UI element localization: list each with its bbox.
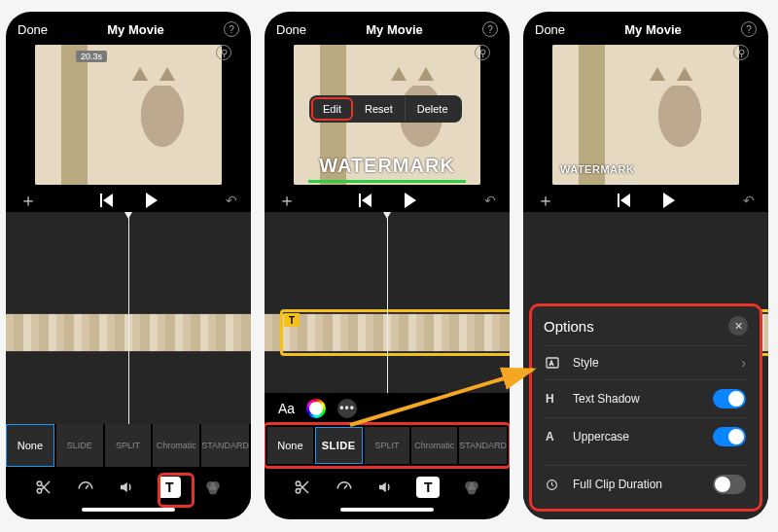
transport-row: ＋ ↶ bbox=[265, 185, 510, 212]
speed-icon[interactable] bbox=[335, 478, 354, 497]
clock-icon bbox=[546, 479, 563, 491]
option-style-label: Style bbox=[573, 356, 599, 370]
watermark-text[interactable]: WATERMARK bbox=[294, 155, 480, 177]
play-icon[interactable] bbox=[146, 193, 158, 208]
option-style[interactable]: Style › bbox=[544, 345, 748, 379]
selected-clip-outline bbox=[280, 309, 510, 356]
play-icon[interactable] bbox=[663, 193, 675, 208]
text-tool-button[interactable]: T bbox=[416, 477, 440, 498]
style-none[interactable]: None bbox=[267, 427, 313, 464]
home-indicator bbox=[82, 508, 175, 512]
filters-icon[interactable] bbox=[203, 478, 223, 497]
undo-icon[interactable]: ↶ bbox=[743, 193, 755, 208]
context-delete[interactable]: Delete bbox=[406, 97, 460, 121]
style-split[interactable]: SPLIT bbox=[105, 424, 152, 467]
option-uppercase-label: Uppercase bbox=[573, 430, 629, 443]
color-picker-icon[interactable] bbox=[306, 399, 326, 418]
video-preview[interactable]: WATERMARK bbox=[552, 45, 739, 185]
add-media-icon[interactable]: ＋ bbox=[278, 189, 296, 212]
phone-3: Done My Movie ? WATERMARK ⚲ ＋ ↶ T bbox=[523, 12, 768, 519]
zoom-icon[interactable]: ⚲ bbox=[733, 45, 749, 60]
play-icon[interactable] bbox=[405, 193, 416, 208]
project-title: My Movie bbox=[624, 22, 682, 37]
uppercase-icon: A bbox=[546, 430, 563, 443]
text-styles-row: None SLIDE SPLIT Chromatic STANDARD bbox=[6, 424, 251, 467]
skip-back-icon[interactable] bbox=[359, 194, 371, 207]
svg-point-7 bbox=[208, 486, 217, 495]
filters-icon[interactable] bbox=[462, 478, 481, 497]
zoom-icon[interactable]: ⚲ bbox=[216, 45, 231, 60]
speed-icon[interactable] bbox=[76, 478, 95, 497]
video-preview[interactable]: Edit Reset Delete WATERMARK bbox=[294, 45, 480, 185]
project-title: My Movie bbox=[366, 22, 423, 37]
duration-badge: 20.3s bbox=[76, 51, 107, 62]
style-icon bbox=[546, 357, 563, 369]
home-indicator bbox=[340, 508, 434, 512]
option-full-clip-label: Full Clip Duration bbox=[573, 478, 662, 491]
options-title: Options bbox=[544, 318, 594, 335]
option-text-shadow-label: Text Shadow bbox=[573, 392, 640, 406]
skip-back-icon[interactable] bbox=[618, 194, 630, 207]
add-media-icon[interactable]: ＋ bbox=[537, 189, 554, 212]
text-styles-row: None SLIDE SPLIT Chromatic STANDARD bbox=[265, 424, 510, 467]
text-tool-button[interactable]: T bbox=[158, 477, 181, 498]
svg-line-12 bbox=[344, 485, 347, 489]
help-icon[interactable]: ? bbox=[482, 21, 498, 37]
toggle-uppercase[interactable] bbox=[713, 427, 746, 446]
done-button[interactable]: Done bbox=[18, 22, 48, 37]
style-standard[interactable]: STANDARD bbox=[459, 427, 507, 464]
style-slide[interactable]: SLIDE bbox=[315, 427, 363, 464]
style-none[interactable]: None bbox=[6, 424, 54, 467]
bottom-toolbar: T bbox=[265, 467, 510, 504]
header-row: Done My Movie ? bbox=[523, 12, 768, 41]
option-full-clip-duration[interactable]: Full Clip Duration bbox=[544, 465, 748, 503]
svg-line-4 bbox=[86, 485, 88, 489]
more-options-icon[interactable]: ••• bbox=[337, 399, 357, 418]
volume-icon[interactable] bbox=[117, 478, 136, 497]
transport-row: ＋ ↶ bbox=[523, 185, 768, 212]
phone-1: Done My Movie ? 20.3s ⚲ ＋ ↶ None SLID bbox=[6, 12, 251, 519]
shadow-icon: H bbox=[546, 392, 563, 406]
help-icon[interactable]: ? bbox=[741, 21, 757, 37]
watermark-text[interactable]: WATERMARK bbox=[560, 163, 634, 175]
timeline[interactable] bbox=[6, 212, 251, 424]
done-button[interactable]: Done bbox=[276, 22, 306, 37]
svg-point-15 bbox=[467, 486, 476, 495]
font-size-button[interactable]: Aa bbox=[278, 401, 295, 416]
svg-point-1 bbox=[37, 489, 42, 494]
context-edit[interactable]: Edit bbox=[311, 97, 353, 121]
transport-row: ＋ ↶ bbox=[6, 185, 251, 212]
done-button[interactable]: Done bbox=[535, 22, 565, 37]
cut-icon[interactable] bbox=[34, 478, 53, 497]
playhead-icon[interactable] bbox=[128, 212, 129, 424]
zoom-icon[interactable]: ⚲ bbox=[475, 45, 490, 60]
style-standard[interactable]: STANDARD bbox=[201, 424, 249, 467]
timeline[interactable]: T bbox=[265, 212, 510, 393]
add-media-icon[interactable]: ＋ bbox=[19, 189, 37, 212]
playhead-icon[interactable] bbox=[387, 212, 388, 393]
undo-icon[interactable]: ↶ bbox=[484, 193, 496, 208]
phone-2: Done My Movie ? Edit Reset Delete WATERM… bbox=[265, 12, 510, 519]
style-chromatic[interactable]: Chromatic bbox=[411, 427, 457, 464]
undo-icon[interactable]: ↶ bbox=[226, 193, 237, 208]
option-uppercase[interactable]: A Uppercase bbox=[544, 417, 748, 455]
toggle-full-clip[interactable] bbox=[713, 475, 746, 494]
skip-back-icon[interactable] bbox=[100, 194, 113, 207]
bottom-toolbar: T bbox=[6, 467, 251, 504]
volume-icon[interactable] bbox=[375, 478, 395, 497]
svg-point-9 bbox=[296, 489, 301, 494]
header-row: Done My Movie ? bbox=[6, 12, 251, 41]
help-icon[interactable]: ? bbox=[224, 21, 239, 37]
close-icon[interactable]: ✕ bbox=[728, 316, 748, 336]
text-clip-badge: T bbox=[284, 313, 300, 327]
cut-icon[interactable] bbox=[293, 478, 312, 497]
style-split[interactable]: SPLIT bbox=[365, 427, 410, 464]
option-text-shadow[interactable]: H Text Shadow bbox=[544, 379, 748, 417]
style-slide[interactable]: SLIDE bbox=[56, 424, 103, 467]
context-reset[interactable]: Reset bbox=[353, 97, 406, 121]
style-chromatic[interactable]: Chromatic bbox=[153, 424, 199, 467]
svg-point-8 bbox=[296, 481, 301, 486]
toggle-text-shadow[interactable] bbox=[713, 389, 746, 408]
text-format-row: Aa ••• bbox=[265, 393, 510, 424]
video-preview[interactable]: 20.3s bbox=[35, 45, 222, 185]
